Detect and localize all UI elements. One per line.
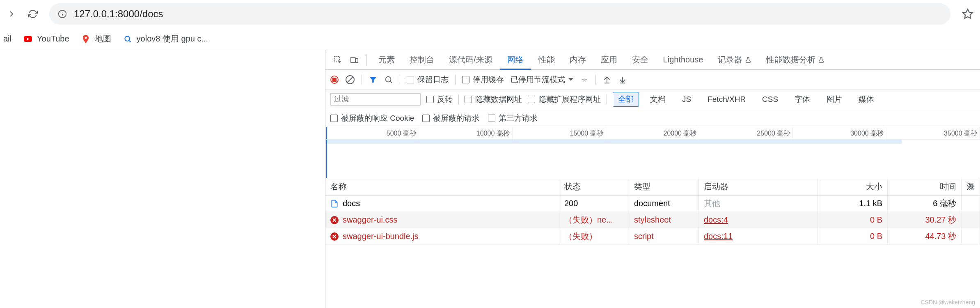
filter-input[interactable] <box>330 93 421 106</box>
filter-icon[interactable] <box>369 75 378 84</box>
svg-point-13 <box>386 76 391 82</box>
tab-perf-insights[interactable]: 性能数据分析 <box>759 50 832 70</box>
col-name[interactable]: 名称 <box>325 178 559 195</box>
bookmark-star-icon[interactable] <box>962 8 973 20</box>
cell-initiator[interactable]: docs:11 <box>699 228 818 244</box>
bookmark-label: yolov8 使用 gpu c... <box>137 33 208 44</box>
svg-rect-9 <box>351 57 355 62</box>
filter-chip-all[interactable]: 全部 <box>613 92 639 107</box>
bookmarks-bar: ail YouTube 地图 yolov8 使用 gpu c... <box>0 28 980 50</box>
upload-icon[interactable] <box>602 75 611 84</box>
cell-type: stylesheet <box>629 212 699 228</box>
filter-chip-img[interactable]: 图片 <box>821 92 847 107</box>
record-button[interactable] <box>330 76 339 84</box>
cell-initiator[interactable]: 其他 <box>699 195 818 211</box>
preserve-log-checkbox[interactable]: 保留日志 <box>407 74 449 85</box>
bookmark-maps[interactable]: 地图 <box>81 33 111 44</box>
tab-recorder[interactable]: 记录器 <box>710 50 759 70</box>
flask-icon <box>818 57 824 63</box>
ruler-tick: 25000 毫秒 <box>699 127 793 139</box>
blocked-cookies-checkbox[interactable]: 被屏蔽的响应 Cookie <box>330 113 414 124</box>
filter-chip-media[interactable]: 媒体 <box>853 92 879 107</box>
inspect-icon[interactable] <box>330 52 346 68</box>
divider <box>455 75 456 85</box>
youtube-icon <box>23 34 33 44</box>
tab-application[interactable]: 应用 <box>593 50 625 70</box>
bookmark-label: ail <box>3 34 11 44</box>
tab-network[interactable]: 网络 <box>500 50 531 70</box>
col-time[interactable]: 时间 <box>888 178 962 195</box>
bookmark-search[interactable]: yolov8 使用 gpu c... <box>123 33 208 44</box>
svg-marker-3 <box>963 9 972 18</box>
tab-performance[interactable]: 性能 <box>531 50 562 70</box>
col-initiator[interactable]: 启动器 <box>699 178 818 195</box>
ruler-tick: 10000 毫秒 <box>419 127 513 139</box>
tab-lighthouse[interactable]: Lighthouse <box>656 50 711 70</box>
svg-line-7 <box>129 40 131 42</box>
chevron-down-icon <box>568 78 573 81</box>
browser-toolbar: 127.0.0.1:8000/docs <box>0 0 980 28</box>
filter-chip-fetch[interactable]: Fetch/XHR <box>702 93 751 106</box>
tab-memory[interactable]: 内存 <box>562 50 593 70</box>
filter-chip-doc[interactable]: 文档 <box>645 92 671 107</box>
ruler-tick: 35000 毫秒 <box>886 127 980 139</box>
cell-type: document <box>629 195 699 211</box>
table-row[interactable]: ✕swagger-ui-bundle.js（失败）scriptdocs:110 … <box>325 228 980 245</box>
bookmark-gmail[interactable]: ail <box>3 34 11 44</box>
ruler-tick: 30000 毫秒 <box>793 127 886 139</box>
invert-checkbox[interactable]: 反转 <box>426 94 453 105</box>
cell-size: 0 B <box>818 212 888 228</box>
search-icon[interactable] <box>384 75 393 84</box>
tab-elements[interactable]: 元素 <box>371 50 402 70</box>
cell-status: （失败）ne... <box>559 212 629 228</box>
url-text: 127.0.0.1:8000/docs <box>74 8 163 20</box>
cell-waterfall <box>962 212 980 228</box>
col-size[interactable]: 大小 <box>818 178 888 195</box>
network-table: 名称 状态 类型 启动器 大小 时间 瀑 docs200document其他1.… <box>325 178 980 308</box>
bookmark-youtube[interactable]: YouTube <box>23 34 69 44</box>
table-row[interactable]: ✕swagger-ui.css（失败）ne...stylesheetdocs:4… <box>325 212 980 228</box>
filter-chip-css[interactable]: CSS <box>757 93 783 106</box>
filter-chip-font[interactable]: 字体 <box>789 92 815 107</box>
bookmark-label: YouTube <box>37 34 69 44</box>
tab-sources[interactable]: 源代码/来源 <box>442 50 500 70</box>
hide-data-urls-checkbox[interactable]: 隐藏数据网址 <box>465 94 522 105</box>
ruler-tick: 20000 毫秒 <box>606 127 700 139</box>
col-status[interactable]: 状态 <box>559 178 629 195</box>
page-content <box>0 50 325 308</box>
cell-waterfall <box>962 195 980 211</box>
wifi-icon[interactable] <box>580 75 589 84</box>
download-icon[interactable] <box>618 75 627 84</box>
col-type[interactable]: 类型 <box>629 178 699 195</box>
cell-name: ✕swagger-ui-bundle.js <box>325 228 559 244</box>
network-timeline[interactable]: 5000 毫秒 10000 毫秒 15000 毫秒 20000 毫秒 25000… <box>325 127 980 178</box>
device-toggle-icon[interactable] <box>346 52 362 68</box>
cell-size: 1.1 kB <box>818 195 888 211</box>
watermark: CSDN @waketzheng <box>921 299 975 306</box>
error-icon: ✕ <box>330 216 339 224</box>
site-info-icon[interactable] <box>57 9 67 19</box>
tab-security[interactable]: 安全 <box>625 50 656 70</box>
blocked-requests-checkbox[interactable]: 被屏蔽的请求 <box>422 113 480 124</box>
hide-ext-urls-checkbox[interactable]: 隐藏扩展程序网址 <box>528 94 601 105</box>
forward-button[interactable] <box>3 6 20 22</box>
cell-name: docs <box>325 195 559 211</box>
divider <box>595 75 596 85</box>
cell-initiator[interactable]: docs:4 <box>699 212 818 228</box>
svg-point-5 <box>85 37 87 39</box>
table-header: 名称 状态 类型 启动器 大小 时间 瀑 <box>325 178 980 195</box>
tab-console[interactable]: 控制台 <box>402 50 442 70</box>
col-waterfall[interactable]: 瀑 <box>962 178 980 195</box>
svg-rect-10 <box>356 58 358 62</box>
clear-button[interactable] <box>345 75 355 85</box>
address-bar[interactable]: 127.0.0.1:8000/docs <box>49 3 950 25</box>
table-row[interactable]: docs200document其他1.1 kB6 毫秒 <box>325 195 980 212</box>
reload-button[interactable] <box>25 6 41 22</box>
third-party-checkbox[interactable]: 第三方请求 <box>488 113 538 124</box>
cell-name: ✕swagger-ui.css <box>325 212 559 228</box>
throttling-select[interactable]: 已停用节流模式 <box>511 74 573 85</box>
network-filter-bar: 反转 隐藏数据网址 隐藏扩展程序网址 全部 文档 JS Fetch/XHR CS… <box>325 90 980 109</box>
disable-cache-checkbox[interactable]: 停用缓存 <box>462 74 504 85</box>
filter-chip-js[interactable]: JS <box>677 93 696 106</box>
divider <box>607 94 607 104</box>
